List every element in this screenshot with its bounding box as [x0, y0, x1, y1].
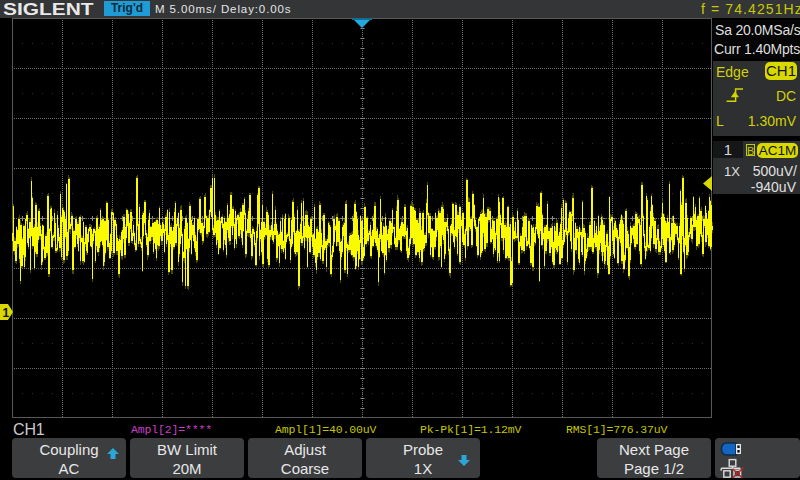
- svg-text:1: 1: [3, 306, 10, 320]
